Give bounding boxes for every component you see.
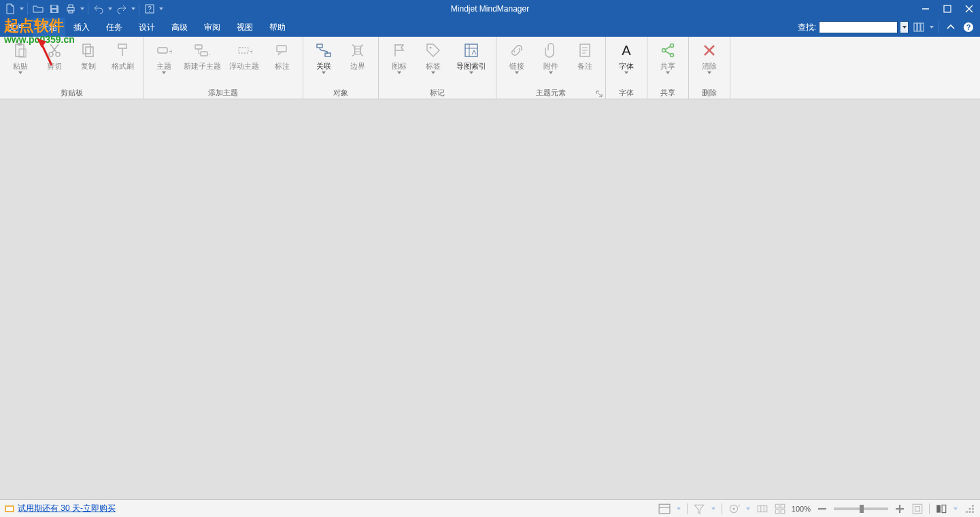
paste-button[interactable]: 粘贴 <box>4 39 37 74</box>
copy-icon <box>79 41 98 60</box>
dialog-launcher-icon[interactable] <box>596 90 603 97</box>
relation-button[interactable]: 关联 <box>307 39 340 74</box>
map-view-icon[interactable] <box>774 503 786 515</box>
close-button[interactable] <box>958 0 980 18</box>
svg-rect-65 <box>775 504 779 508</box>
qat-redo-dropdown[interactable] <box>131 7 136 10</box>
qat-customize-dropdown[interactable] <box>158 7 164 10</box>
qat-help-icon[interactable]: ? <box>142 1 157 16</box>
qat-print-icon[interactable] <box>63 1 78 16</box>
font-button[interactable]: A 字体 <box>610 39 643 74</box>
menu-task[interactable]: 任务 <box>98 18 131 37</box>
filter-icon[interactable] <box>693 503 705 515</box>
ribbon-group-label: 主题元素 <box>496 86 605 99</box>
split-view-dropdown[interactable] <box>953 507 958 510</box>
qat-separator <box>139 3 139 15</box>
clear-button[interactable]: 清除 <box>693 39 726 74</box>
task-pane-icon[interactable] <box>911 20 926 35</box>
ribbon-group-label: 删除 <box>689 86 730 99</box>
attach-button[interactable]: 附件 <box>535 39 567 74</box>
qat-save-icon[interactable] <box>47 1 62 16</box>
boundary-button[interactable]: 边界 <box>341 39 374 71</box>
svg-rect-57 <box>659 504 670 514</box>
ribbon-group-label: 添加主题 <box>143 86 303 99</box>
menu-help[interactable]: 帮助 <box>261 18 294 37</box>
view-tab-dropdown[interactable] <box>676 507 681 510</box>
task-pane-dropdown[interactable] <box>929 26 934 29</box>
fit-view-icon[interactable] <box>756 503 768 515</box>
collapse-ribbon-icon[interactable] <box>943 20 958 35</box>
svg-point-39 <box>430 47 432 49</box>
menu-insert[interactable]: 插入 <box>65 18 98 37</box>
menu-advanced[interactable]: 高级 <box>163 18 196 37</box>
cut-button[interactable]: 剪切 <box>38 39 71 71</box>
zoom-value[interactable]: 100% <box>792 505 811 513</box>
svg-rect-72 <box>913 504 922 514</box>
help-icon[interactable]: ? <box>961 20 976 35</box>
split-view-icon[interactable] <box>935 503 947 515</box>
fit-map-icon[interactable] <box>911 503 924 515</box>
copy-button[interactable]: 复制 <box>72 39 105 71</box>
menu-bar: 文件 开始 插入 任务 设计 高级 审阅 视图 帮助 查找: ? <box>0 18 980 37</box>
document-canvas[interactable] <box>0 99 980 499</box>
svg-rect-73 <box>915 506 920 511</box>
note-button[interactable]: 备注 <box>569 39 601 71</box>
search-dropdown[interactable] <box>900 21 909 33</box>
ribbon: 粘贴 剪切 复制 格式刷 剪贴板 + 主题 <box>0 37 980 99</box>
paste-icon <box>11 41 30 60</box>
trial-link[interactable]: 试用期还有 30 天-立即购买 <box>18 503 116 514</box>
svg-point-49 <box>671 44 674 48</box>
icon-button[interactable]: 图标 <box>383 39 416 74</box>
cut-icon <box>45 41 64 60</box>
filter-dropdown[interactable] <box>711 507 716 510</box>
minimize-button[interactable] <box>915 0 936 18</box>
search-input[interactable] <box>819 21 898 33</box>
svg-rect-68 <box>781 510 785 514</box>
qat-redo-icon[interactable] <box>114 1 129 16</box>
menu-design[interactable]: 设计 <box>131 18 163 37</box>
qat-undo-icon[interactable] <box>91 1 106 16</box>
link-button[interactable]: 链接 <box>501 39 533 74</box>
zoom-slider[interactable] <box>834 507 888 510</box>
svg-rect-74 <box>936 505 941 512</box>
view-tab-icon[interactable] <box>658 503 671 515</box>
callout-button[interactable]: 标注 <box>266 39 299 71</box>
clear-icon <box>700 41 719 60</box>
menu-view[interactable]: 视图 <box>229 18 261 37</box>
qat-undo-dropdown[interactable] <box>107 7 113 10</box>
svg-point-76 <box>972 505 974 507</box>
menu-review[interactable]: 审阅 <box>196 18 229 37</box>
zoom-in-button[interactable] <box>894 503 906 515</box>
svg-point-81 <box>972 511 974 513</box>
float-topic-button[interactable]: + 浮动主题 <box>224 39 265 71</box>
qat-new-dropdown[interactable] <box>19 7 24 10</box>
svg-rect-35 <box>317 44 322 48</box>
qat-print-dropdown[interactable] <box>80 7 85 10</box>
topic-button[interactable]: + 主题 <box>148 39 180 74</box>
svg-rect-11 <box>914 23 917 31</box>
svg-point-50 <box>671 54 674 57</box>
map-index-button[interactable]: 导图索引 <box>451 39 492 74</box>
subtopic-button[interactable]: + 新建子主题 <box>182 39 222 71</box>
zoom-out-button[interactable] <box>816 503 828 515</box>
tag-icon <box>424 41 443 60</box>
qat-separator <box>27 3 28 15</box>
share-icon <box>658 41 677 60</box>
svg-rect-1 <box>52 10 56 12</box>
svg-line-52 <box>665 51 671 54</box>
format-painter-button[interactable]: 格式刷 <box>106 39 139 71</box>
maximize-button[interactable] <box>936 0 958 18</box>
share-button[interactable]: 共享 <box>652 39 684 74</box>
tag-button[interactable]: 标签 <box>417 39 450 74</box>
qat-new-icon[interactable] <box>3 1 18 16</box>
menu-file[interactable]: 文件 <box>0 18 33 37</box>
zoom-target-icon[interactable]: + <box>728 503 740 515</box>
ribbon-group-addtopic: + 主题 + 新建子主题 + 浮动主题 标注 添加主题 <box>143 37 303 99</box>
svg-rect-37 <box>355 46 360 49</box>
ribbon-group-topicel: 链接 附件 备注 主题元素 <box>496 37 606 99</box>
qat-open-icon[interactable] <box>31 1 46 16</box>
zoom-target-dropdown[interactable] <box>745 507 751 510</box>
menu-home[interactable]: 开始 <box>33 18 65 37</box>
svg-rect-30 <box>201 52 207 56</box>
svg-rect-8 <box>944 5 951 12</box>
